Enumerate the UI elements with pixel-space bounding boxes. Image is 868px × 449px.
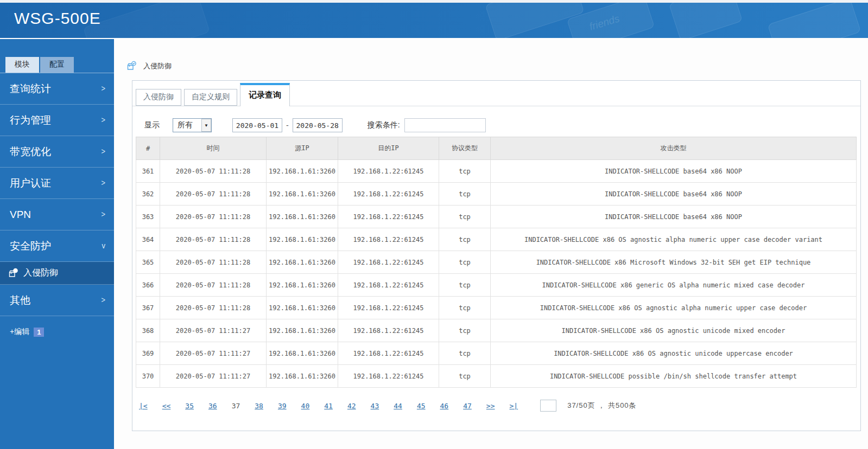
table-row: 3622020-05-07 11:11:28192.168.1.61:32601… — [136, 183, 857, 206]
page-last-link[interactable]: >| — [510, 402, 518, 410]
sidebar-item-2[interactable]: 带宽优化> — [0, 136, 114, 168]
sidebar-item-7[interactable]: 其他> — [0, 285, 114, 316]
keyboard-key-decoration — [485, 3, 584, 38]
table-cell: tcp — [439, 365, 491, 388]
sidebar-item-intrusion[interactable]: 入侵防御 — [0, 262, 114, 285]
page-link-47[interactable]: 47 — [463, 402, 472, 410]
display-filter-value: 所有 — [178, 120, 193, 130]
sidebar-item-label: 安全防护 — [10, 239, 51, 253]
table-cell: 366 — [136, 274, 160, 297]
table-cell: INDICATOR-SHELLCODE base64 x86 NOOP — [491, 206, 857, 228]
page-link-40[interactable]: 40 — [301, 402, 310, 410]
chevron-icon: > — [101, 210, 105, 219]
sidebar: 模块配置 查询统计>行为管理>带宽优化>用户认证>VPN>安全防护v入侵防御其他… — [0, 38, 114, 449]
search-input[interactable] — [404, 118, 486, 132]
date-from-input[interactable] — [232, 118, 282, 132]
sidebar-item-3[interactable]: 用户认证> — [0, 168, 114, 199]
sidebar-item-1[interactable]: 行为管理> — [0, 105, 114, 136]
table-cell: tcp — [439, 183, 491, 206]
table-row: 3612020-05-07 11:11:28192.168.1.61:32601… — [136, 160, 857, 183]
date-to-input[interactable] — [293, 118, 343, 132]
page-link-44[interactable]: 44 — [394, 402, 402, 410]
tab-0[interactable]: 入侵防御 — [136, 89, 181, 106]
page-link-43[interactable]: 43 — [371, 402, 379, 410]
page-link-39[interactable]: 39 — [278, 402, 287, 410]
sidebar-subitem-label: 入侵防御 — [23, 267, 58, 279]
tab-2[interactable]: 记录查询 — [240, 83, 290, 106]
sidebar-item-label: 用户认证 — [10, 176, 51, 190]
table-cell: 2020-05-07 11:11:28 — [160, 228, 267, 251]
keyboard-key-decoration — [83, 3, 210, 38]
column-header: 时间 — [160, 137, 267, 160]
log-table: #时间源IP目的IP协议类型攻击类型 3612020-05-07 11:11:2… — [136, 137, 857, 388]
sidebar-tab-0[interactable]: 模块 — [5, 57, 39, 73]
table-cell: 192.168.1.61:3260 — [267, 206, 338, 228]
table-cell: 365 — [136, 251, 160, 274]
display-filter-select[interactable]: 所有 ▼ — [173, 118, 212, 132]
pagination-links: |<<<35363738394041424344454647>>>| — [139, 402, 533, 410]
table-cell: 2020-05-07 11:11:28 — [160, 297, 267, 319]
table-row: 3642020-05-07 11:11:28192.168.1.61:32601… — [136, 228, 857, 251]
sidebar-item-label: 行为管理 — [10, 113, 51, 127]
display-label: 显示 — [144, 120, 160, 130]
chevron-down-icon: ▼ — [201, 119, 211, 132]
table-cell: INDICATOR-SHELLCODE base64 x86 NOOP — [491, 160, 857, 183]
keyboard-key-decoration — [669, 3, 743, 38]
app-title: WSG-500E — [14, 9, 101, 28]
column-header: 协议类型 — [439, 137, 491, 160]
table-row: 3702020-05-07 11:11:27192.168.1.61:32601… — [136, 365, 857, 388]
table-cell: 367 — [136, 297, 160, 319]
chevron-icon: > — [101, 296, 105, 305]
page-prev-link[interactable]: << — [162, 402, 171, 410]
keyboard-key-text: friends — [588, 12, 621, 33]
table-row: 3662020-05-07 11:11:28192.168.1.61:32601… — [136, 274, 857, 297]
table-cell: tcp — [439, 228, 491, 251]
sidebar-tab-1[interactable]: 配置 — [40, 57, 74, 73]
chevron-icon: v — [102, 241, 106, 251]
table-row: 3652020-05-07 11:11:28192.168.1.61:32601… — [136, 251, 857, 274]
column-header: # — [136, 137, 160, 160]
table-cell: 361 — [136, 160, 160, 183]
page-link-41[interactable]: 41 — [324, 402, 333, 410]
tab-1[interactable]: 自定义规则 — [184, 89, 237, 106]
page-link-36[interactable]: 36 — [208, 402, 217, 410]
table-cell: INDICATOR-SHELLCODE x86 OS agnostic unic… — [491, 319, 857, 342]
column-header: 源IP — [267, 137, 338, 160]
page-link-38[interactable]: 38 — [255, 402, 263, 410]
table-cell: INDICATOR-SHELLCODE possible /bin/sh she… — [491, 365, 857, 388]
table-cell: 192.168.1.22:61245 — [338, 251, 439, 274]
page-link-42[interactable]: 42 — [347, 402, 356, 410]
breadcrumb-label: 入侵防御 — [143, 61, 172, 71]
pagination-summary: 37/50页 ， 共500条 — [567, 401, 636, 410]
page-first-link[interactable]: |< — [139, 402, 148, 410]
page-number-input[interactable] — [540, 400, 556, 412]
page-link-45[interactable]: 45 — [417, 402, 426, 410]
edit-link[interactable]: +编辑 — [10, 327, 29, 337]
sidebar-item-5[interactable]: 安全防护v — [0, 230, 114, 262]
keyboard-key-decoration — [768, 3, 861, 38]
sidebar-item-0[interactable]: 查询统计> — [0, 73, 114, 105]
sidebar-item-label: 其他 — [10, 293, 30, 307]
table-cell: 192.168.1.22:61245 — [338, 365, 439, 388]
table-cell: tcp — [439, 206, 491, 228]
table-cell: 192.168.1.61:3260 — [267, 274, 338, 297]
table-cell: INDICATOR-SHELLCODE base64 x86 NOOP — [491, 183, 857, 206]
table-cell: 192.168.1.22:61245 — [338, 297, 439, 319]
column-header: 攻击类型 — [491, 137, 857, 160]
page-link-46[interactable]: 46 — [440, 402, 449, 410]
sidebar-edit-row[interactable]: +编辑 1 — [10, 327, 114, 337]
page-next-link[interactable]: >> — [486, 402, 495, 410]
table-cell: 192.168.1.61:3260 — [267, 319, 338, 342]
table-cell: 362 — [136, 183, 160, 206]
table-cell: 192.168.1.61:3260 — [267, 297, 338, 319]
table-cell: 192.168.1.22:61245 — [338, 183, 439, 206]
table-cell: 370 — [136, 365, 160, 388]
table-cell: 192.168.1.61:3260 — [267, 342, 338, 365]
table-cell: 364 — [136, 228, 160, 251]
sidebar-tab-bar: 模块配置 — [0, 57, 114, 73]
page-link-35[interactable]: 35 — [185, 402, 194, 410]
table-cell: INDICATOR-SHELLCODE x86 OS agnostic alph… — [491, 297, 857, 319]
table-row: 3672020-05-07 11:11:28192.168.1.61:32601… — [136, 297, 857, 319]
table-cell: 2020-05-07 11:11:27 — [160, 365, 267, 388]
sidebar-item-4[interactable]: VPN> — [0, 199, 114, 230]
